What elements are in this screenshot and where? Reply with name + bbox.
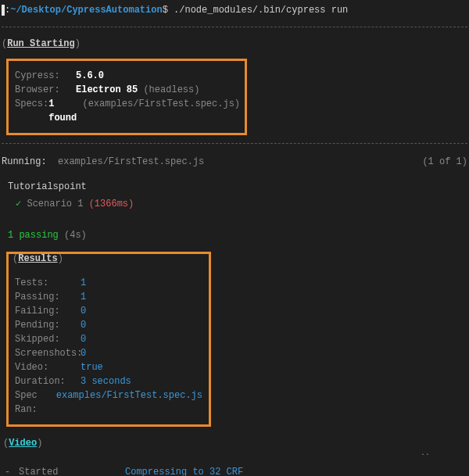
results-tests: Tests:1 (15, 276, 202, 290)
specs-row: Specs: 1 found (examples/FirstTest.spec.… (15, 97, 238, 125)
cwd-path: ~/Desktop/CypressAutomation (10, 5, 162, 16)
browser-row: Browser: Electron 85 (headless) (15, 83, 238, 97)
command-input[interactable]: ./node_modules/.bin/cypress run (174, 5, 348, 16)
suite-name: Tutorialspoint (8, 180, 466, 194)
results-screenshots: Screenshots:0 (15, 346, 202, 360)
results-failing: Failing:0 (15, 304, 202, 318)
video-started-row: - Started processing: Compressing to 32 … (5, 465, 467, 476)
run-starting-box: Cypress: 5.6.0 Browser: Electron 85 (hea… (6, 59, 247, 135)
dots: .. (3, 447, 467, 459)
results-passing: Passing:1 (15, 290, 202, 304)
results-pending: Pending:0 (15, 318, 202, 332)
run-starting-heading: (Run Starting) (2, 37, 467, 51)
divider (2, 143, 467, 144)
results-duration: Duration:3 seconds (15, 374, 202, 388)
prompt-dollar: $ (163, 5, 168, 16)
results-specran: Spec Ran:examples/FirstTest.spec.js (15, 388, 202, 417)
divider (2, 27, 467, 27)
results-video: Video:true (15, 360, 202, 374)
cypress-version-row: Cypress: 5.6.0 (15, 69, 238, 83)
results-box: Tests:1 Passing:1 Failing:0 Pending:0 Sk… (6, 252, 211, 427)
passing-summary: 1 passing (4s) (8, 228, 467, 242)
results-skipped: Skipped:0 (15, 332, 202, 346)
terminal-prompt: :~/Desktop/CypressAutomation$ ./node_mod… (2, 0, 467, 23)
test-line: ✓ Scenario 1 (1366ms) (16, 197, 467, 211)
running-line: Running: examples/FirstTest.spec.js (1 o… (2, 155, 467, 169)
check-icon: ✓ (16, 199, 21, 209)
